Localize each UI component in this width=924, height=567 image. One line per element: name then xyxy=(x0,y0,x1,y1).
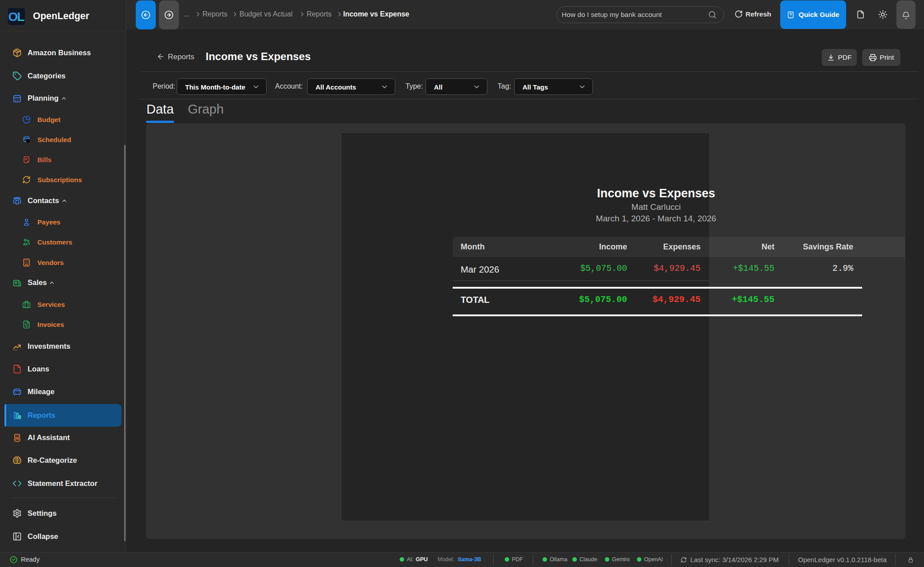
svg-text:OL: OL xyxy=(8,10,25,24)
